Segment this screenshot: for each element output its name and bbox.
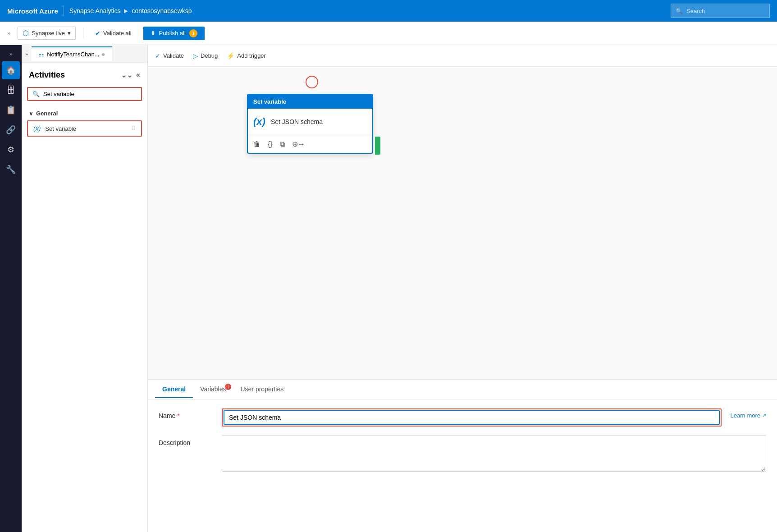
connect-icon[interactable]: ⊕→ xyxy=(292,140,305,148)
tab-user-props-label: User properties xyxy=(240,385,283,393)
tab-modified-dot xyxy=(102,53,105,56)
breadcrumb-arrow: ▶ xyxy=(124,8,128,14)
panel-content: Name * Learn more ↗ xyxy=(148,399,777,532)
sidebar-item-pipeline[interactable]: 🔗 xyxy=(2,121,20,139)
validate-all-button[interactable]: ✔ Validate all xyxy=(91,28,136,39)
sidebar-expand-btn[interactable]: » xyxy=(2,49,20,60)
tab-label: NotifiyTeamsChan... xyxy=(47,51,99,58)
pipeline-icon: 🔗 xyxy=(6,125,16,135)
tools-icon: 🔧 xyxy=(6,165,16,174)
tab-variables[interactable]: Variables 1 xyxy=(193,381,233,398)
tab-expand-btn[interactable]: » xyxy=(25,51,28,57)
tab-notifyteams[interactable]: ⚏ NotifiyTeamsChan... xyxy=(32,46,112,61)
pipeline-tab-icon: ⚏ xyxy=(39,51,44,58)
tab-general[interactable]: General xyxy=(155,381,193,398)
variables-badge: 1 xyxy=(225,384,231,390)
sidebar-item-home[interactable]: 🏠 xyxy=(2,61,20,79)
activities-header-icons: ⌄⌄ « xyxy=(121,71,140,79)
home-icon: 🏠 xyxy=(6,65,16,75)
start-circle xyxy=(306,76,318,88)
search-box[interactable]: 🔍 Search xyxy=(671,4,770,18)
name-required-star: * xyxy=(177,412,179,419)
card-actions: 🗑 {} ⧉ ⊕→ xyxy=(248,135,372,153)
hide-panel-icon[interactable]: « xyxy=(136,71,140,79)
breadcrumb-synapse[interactable]: Synapse Analytics xyxy=(69,7,121,14)
main-toolbar: » ⬡ Synapse live ▾ ✔ Validate all ⬆ Publ… xyxy=(0,22,777,45)
canvas-toolbar: ✓ Validate ▷ Debug ⚡ Add trigger xyxy=(148,45,777,67)
card-variable-icon: (x) xyxy=(253,116,265,128)
name-label-text: Name xyxy=(159,412,175,419)
synapse-live-dropdown[interactable]: ⬡ Synapse live ▾ xyxy=(18,27,76,40)
sidebar-item-database[interactable]: 🗄 xyxy=(2,81,20,99)
debug-play-icon: ▷ xyxy=(193,52,198,60)
tab-user-properties[interactable]: User properties xyxy=(233,381,291,398)
learn-more-icon: ↗ xyxy=(762,413,766,418)
add-trigger-label: Add trigger xyxy=(237,52,266,59)
card-activity-name: Set JSON schema xyxy=(271,118,323,125)
breadcrumb-workspace[interactable]: contososynapsewksp xyxy=(132,7,192,14)
sidebar-item-monitor[interactable]: ⚙ xyxy=(2,141,20,159)
card-header-label: Set variable xyxy=(253,98,286,105)
description-label: Description xyxy=(159,436,213,446)
toolbar-divider xyxy=(83,28,83,39)
copy-icon[interactable]: ⧉ xyxy=(280,140,285,148)
doc-icon: 📋 xyxy=(6,105,16,115)
activities-search-input[interactable] xyxy=(43,91,137,97)
trigger-icon: ⚡ xyxy=(227,52,234,60)
side-icon-bar: » 🏠 🗄 📋 🔗 ⚙ 🔧 xyxy=(0,45,22,532)
description-input[interactable] xyxy=(222,436,766,472)
delete-icon[interactable]: 🗑 xyxy=(253,140,261,148)
activity-item-label: Set variable xyxy=(45,125,76,132)
validate-icon: ✔ xyxy=(95,30,101,37)
search-icon: 🔍 xyxy=(676,8,683,14)
learn-more-link[interactable]: Learn more ↗ xyxy=(731,408,766,419)
name-input[interactable] xyxy=(224,410,720,425)
nav-divider xyxy=(64,5,64,16)
set-variable-icon: (x) xyxy=(33,125,41,132)
publish-label: Publish all xyxy=(159,30,186,37)
activities-header: Activities ⌄⌄ « xyxy=(22,63,147,87)
sidebar-item-tools[interactable]: 🔧 xyxy=(2,161,20,179)
validate-btn-label: Validate xyxy=(163,52,184,59)
section-general-label: General xyxy=(36,110,58,117)
publish-all-button[interactable]: ⬆ Publish all 1 xyxy=(143,27,205,40)
drag-handle-icon[interactable]: ⠿ xyxy=(132,125,136,132)
card-header: Set variable xyxy=(248,95,372,109)
validate-check-icon: ✓ xyxy=(155,52,160,60)
azure-brand-title: Microsoft Azure xyxy=(7,7,58,15)
activity-set-variable[interactable]: (x) Set variable ⠿ xyxy=(27,120,142,137)
description-label-text: Description xyxy=(159,439,190,446)
right-content: ✓ Validate ▷ Debug ⚡ Add trigger xyxy=(148,45,777,532)
learn-more-label: Learn more xyxy=(731,412,760,419)
search-icon: 🔍 xyxy=(32,91,40,97)
pipeline-canvas[interactable]: Set variable (x) Set JSON schema 🗑 {} ⧉ … xyxy=(148,67,777,379)
json-icon[interactable]: {} xyxy=(268,140,273,148)
panel-tabs: General Variables 1 User properties xyxy=(148,380,777,399)
add-trigger-button[interactable]: ⚡ Add trigger xyxy=(227,52,266,60)
expand-btn[interactable]: » xyxy=(7,30,10,37)
connector-handle[interactable] xyxy=(375,137,380,155)
breadcrumb: Synapse Analytics ▶ contososynapsewksp xyxy=(69,7,192,14)
section-chevron-icon: ∨ xyxy=(29,110,33,117)
activities-section-general: ∨ General (x) Set variable ⠿ xyxy=(22,106,147,138)
validate-button[interactable]: ✓ Validate xyxy=(155,52,184,60)
synapse-live-label: Synapse live xyxy=(32,30,65,37)
tab-general-label: General xyxy=(162,385,186,393)
debug-button[interactable]: ▷ Debug xyxy=(193,52,218,60)
name-label: Name * xyxy=(159,408,213,419)
section-general-header[interactable]: ∨ General xyxy=(27,106,142,120)
description-form-row: Description xyxy=(159,436,766,472)
set-variable-card[interactable]: Set variable (x) Set JSON schema 🗑 {} ⧉ … xyxy=(247,94,373,154)
bottom-panel: General Variables 1 User properties xyxy=(148,379,777,532)
collapse-icon[interactable]: ⌄⌄ xyxy=(121,71,133,79)
activities-title: Activities xyxy=(29,70,65,80)
top-navbar: Microsoft Azure Synapse Analytics ▶ cont… xyxy=(0,0,777,22)
name-input-outer-border xyxy=(222,408,722,427)
activities-search-box[interactable]: 🔍 xyxy=(27,87,142,101)
sidebar-item-docs[interactable]: 📋 xyxy=(2,101,20,119)
publish-icon: ⬆ xyxy=(151,30,155,37)
name-form-row: Name * Learn more ↗ xyxy=(159,408,766,427)
main-container: » 🏠 🗄 📋 🔗 ⚙ 🔧 » ⚏ NotifiyT xyxy=(0,45,777,532)
activities-panel: » ⚏ NotifiyTeamsChan... Activities ⌄⌄ « … xyxy=(22,45,148,532)
publish-badge: 1 xyxy=(189,29,197,37)
